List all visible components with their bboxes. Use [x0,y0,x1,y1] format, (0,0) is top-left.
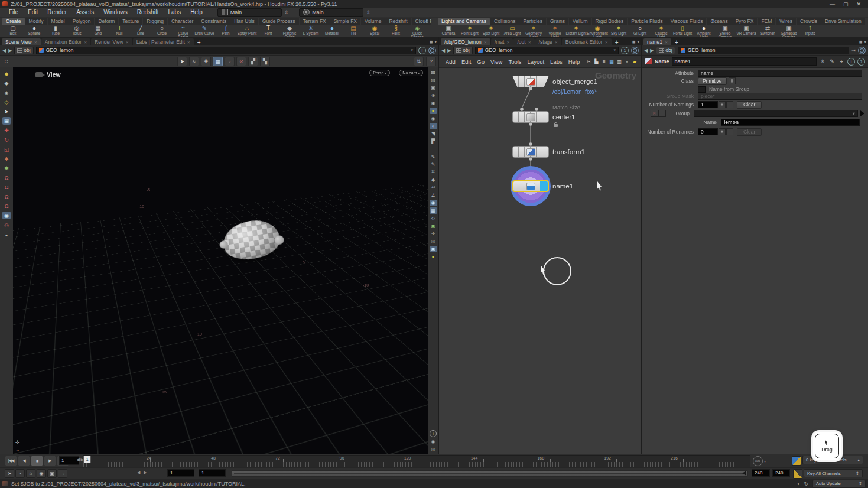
character-pick-icon[interactable]: ✱ [2,164,11,172]
toolbar-handle[interactable]: ∷ [5,58,9,64]
tab-close-icon[interactable]: ✕ [484,40,487,44]
playback-range-slider[interactable] [232,470,748,477]
lighting-mode-icon[interactable]: ◇ [430,215,437,222]
radial-menu-selector[interactable]: Main [299,8,363,17]
prim-numbers-icon[interactable]: ⁴² [430,184,437,191]
metaball-tool-icon[interactable]: ● Metaball [321,25,343,35]
new-pane-tab-button[interactable]: + [672,39,681,45]
annotate-icon[interactable]: ✎ [430,154,437,160]
follow-playhead-icon[interactable]: → [58,469,67,478]
shelf-tab[interactable]: Lights and Cameras [438,18,490,25]
shelf-tab[interactable]: Rigid Bodies [592,18,628,25]
shelf-tab[interactable]: Redshift [385,18,411,25]
portal-light-tool-icon[interactable]: ▯ Portal Light [672,25,693,35]
shelf-tab[interactable]: FEM [758,18,775,25]
shelf-tab[interactable]: Vellum [569,18,591,25]
add-shelf-tab-button[interactable]: + [708,18,717,24]
keyframe-icon[interactable] [793,469,802,479]
menu-item[interactable]: Windows [99,8,132,16]
tab-close-icon[interactable]: ✕ [555,40,558,44]
shelf-tab[interactable]: Terrain FX [300,18,330,25]
shelf-tab[interactable]: Modify [25,18,47,25]
follow-selection-icon[interactable] [858,47,866,54]
sphere-tool-icon[interactable]: ● Sphere [24,25,45,35]
character-view-icon[interactable]: ◉ [430,115,437,122]
path-tool-icon[interactable]: ∫ Path [215,25,236,35]
shelf-tab[interactable]: Polygon [69,18,95,25]
pane-tab[interactable]: name1 ✕ [643,38,671,45]
headlight-icon[interactable]: ● [430,253,437,260]
translate-tool-icon[interactable]: ✚ [2,126,11,134]
pose-mirror-icon[interactable]: ▚ [260,57,270,66]
caustic-light-tool-icon[interactable]: ✶ Caustic Light [651,25,672,37]
hide-other-objects-icon[interactable]: ▩ [430,69,437,76]
shelf-tab[interactable]: Guide Process [259,18,299,25]
box-pick-icon[interactable]: ▫ [225,57,235,66]
global-end-field[interactable]: 240 [772,469,790,477]
forward-icon[interactable]: ▶ [8,48,12,53]
decrement-icon[interactable]: − [726,101,733,108]
path-field[interactable]: GEO_lemon ▾ [36,47,416,54]
view-pivot-icon[interactable]: ⊗ [430,92,437,99]
adaptive-display-icon[interactable]: ◉ [430,438,437,445]
pane-tab[interactable]: Labs | Parameter Edit ✕ [133,38,194,45]
pane-tab[interactable]: Scene View ✕ [2,38,41,45]
recook-icon[interactable]: ↻ [804,481,808,487]
axis-gizmo-icon[interactable]: ✛ [430,230,437,237]
compact-view-icon[interactable]: ▪ [623,58,630,65]
switcher-tool-icon[interactable]: ⇄ Switcher [757,25,778,35]
history-count-badge[interactable]: 1 [621,47,629,54]
shelf-tab[interactable]: Create [2,18,25,25]
range-end-field[interactable]: 248 [752,469,770,477]
name-from-group-checkbox[interactable] [698,86,706,93]
columns-view-icon[interactable]: ▥ [616,58,623,65]
selection-filter-icon[interactable]: ⊘ [236,57,246,66]
maximize-button[interactable]: ▢ [843,1,849,7]
clear-namings-button[interactable]: Clear [737,101,762,109]
pane-menu-icon[interactable]: ◼ [859,40,863,44]
shelf-tab[interactable]: Rigging [143,18,167,25]
tab-close-icon[interactable]: ✕ [84,40,87,44]
increment-icon[interactable]: + [719,101,726,108]
back-icon[interactable]: ◀ [2,48,6,53]
node-name-field[interactable]: name1 [672,57,817,66]
null-tool-icon[interactable]: ✛ Null [109,25,130,35]
rotate-tool-icon[interactable]: ↻ [2,136,11,144]
volume-light-tool-icon[interactable]: ✶ Volume Light [544,25,565,37]
node-body[interactable] [512,146,549,158]
search-icon[interactable]: ⌖ [838,58,845,65]
viewer-state-icon[interactable]: ◎ [430,446,437,453]
snap-combo-icon[interactable]: Ω [2,202,11,210]
pane-tab[interactable]: Bookmark Editor ✕ [562,38,612,45]
attribute-field[interactable]: name [698,70,862,77]
snap-point-icon[interactable]: Ω [2,183,11,191]
shelf-tab[interactable]: Simple FX [330,18,360,25]
name-value-field[interactable]: lemon [721,119,860,126]
pane-tab[interactable]: Animation Editor ✕ [41,38,90,45]
box-tool-icon[interactable]: ▢ Box [2,25,24,35]
tile-tool-icon[interactable]: ▤ Tile [343,25,364,35]
point-numbers-icon[interactable]: ¹² [430,169,437,175]
shade-smooth-icon[interactable]: ◆ [2,79,11,87]
increment-icon[interactable]: + [719,128,726,135]
shelf-tab[interactable]: Crowds [797,18,821,25]
isolate-view-icon[interactable]: ◐ [430,123,437,129]
help-icon[interactable]: ? [426,57,436,66]
node-body[interactable] [512,180,549,192]
network-canvas[interactable]: Geometry [439,68,641,455]
menu-item[interactable]: Help [186,8,207,16]
line-tool-icon[interactable]: ╱ Line [130,25,151,35]
turntable-tool-icon[interactable]: ◒ [2,230,11,238]
play-reverse-button[interactable]: ◀ [18,456,30,466]
area-light-tool-icon[interactable]: ▭ Area Light [502,25,523,35]
delete-instance-icon[interactable]: ✕ [651,110,658,117]
tube-tool-icon[interactable]: ▮ Tube [45,25,66,35]
shelf-tab[interactable]: Grains [547,18,568,25]
menu-item[interactable]: File [5,8,22,16]
shelf-tab[interactable]: Model [48,18,69,25]
display-options-icon[interactable]: ◆ [2,70,11,77]
insert-instance-icon[interactable]: ↓ [658,110,666,117]
layout-corner-icon[interactable]: ◥ [430,131,437,137]
shelf-tab[interactable]: Collisions [490,18,519,25]
pane-menu-icon[interactable]: ◼ [632,40,636,44]
